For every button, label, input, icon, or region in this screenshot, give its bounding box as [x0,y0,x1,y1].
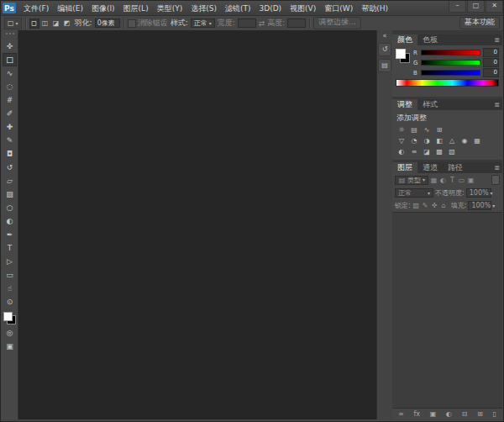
menu-item[interactable]: 帮助(H) [357,2,392,15]
crop-tool[interactable]: # [3,93,17,107]
channel-value-input[interactable]: 0 [483,68,499,77]
foreground-color-swatch[interactable] [396,49,406,59]
menu-item[interactable]: 3D(D) [255,2,286,15]
panel-tab[interactable]: 颜色 [392,34,417,45]
brightness-contrast-icon[interactable]: ☼ [396,125,407,135]
channel-value-input[interactable]: 0 [483,58,499,67]
refine-edge-button[interactable]: 调整边缘... [313,17,361,29]
brush-tool[interactable]: ✎ [3,134,17,147]
foreground-color-swatch[interactable] [3,312,13,321]
quick-selection-tool[interactable]: ◌ [3,80,17,93]
color-balance-icon[interactable]: ◑ [422,136,432,145]
menu-item[interactable]: 选择(S) [186,2,221,15]
menu-item[interactable]: 编辑(E) [53,2,87,15]
add-selection-mode[interactable]: ◫ [40,18,50,29]
channel-mixer-icon[interactable]: ◉ [459,136,470,145]
panel-menu-icon[interactable]: ≣ [494,34,502,45]
fill-dropdown[interactable]: 100% ▾ [468,201,491,210]
layer-filter-kind-dropdown[interactable]: ▤ 类型 ▾ [395,176,428,185]
lock-pixels-icon[interactable]: ✎ [422,202,429,209]
hue-saturation-icon[interactable]: ◔ [409,136,419,145]
history-panel-icon[interactable]: ↺ [378,43,391,56]
menu-item[interactable]: 窗口(W) [320,2,357,15]
link-layers-icon[interactable]: ∞ [398,409,404,419]
quick-mask-tool[interactable]: ◎ [3,326,17,340]
channel-slider[interactable] [421,70,480,76]
layer-mask-icon[interactable]: ▣ [430,409,437,419]
screen-mode-tool[interactable]: ▣ [3,340,17,353]
lock-all-icon[interactable]: ⌂ [440,202,448,209]
panel-tab[interactable]: 通道 [417,162,443,173]
maximize-button[interactable]: □ [467,1,485,13]
lasso-tool[interactable]: ∿ [3,66,17,80]
selective-color-icon[interactable]: ▧ [447,147,457,156]
threshold-icon[interactable]: ◪ [422,147,432,156]
channel-slider[interactable] [421,60,480,66]
rectangular-marquee-tool[interactable]: □ [3,53,17,66]
zoom-tool[interactable]: ⊙ [3,295,17,309]
levels-icon[interactable]: ▤ [409,125,419,135]
canvas[interactable] [18,30,376,419]
intersect-selection-mode[interactable]: ◩ [62,18,72,29]
panel-menu-icon[interactable]: ≣ [494,162,502,173]
color-spectrum-ramp[interactable] [396,79,499,87]
menu-item[interactable]: 类型(Y) [153,2,187,15]
vibrance-icon[interactable]: ▽ [396,136,407,145]
title-bar[interactable]: Ps 文件(F)编辑(E)图像(I)图层(L)类型(Y)选择(S)滤镜(T)3D… [1,1,503,16]
expand-panels-icon[interactable]: « [383,32,387,40]
menu-item[interactable]: 图像(I) [87,2,119,15]
posterize-icon[interactable]: ≡ [409,147,419,156]
history-brush-tool[interactable]: ↺ [3,161,17,174]
menu-item[interactable]: 视图(V) [286,2,320,15]
menu-item[interactable]: 文件(F) [19,2,53,15]
pen-tool[interactable]: ✒ [3,228,17,241]
feather-input[interactable] [95,18,120,28]
panel-tab[interactable]: 路径 [443,162,468,173]
gradient-map-icon[interactable]: ▩ [434,147,444,156]
color-lookup-icon[interactable]: ▦ [472,136,482,145]
workspace-switcher-button[interactable]: 基本功能 [459,17,500,29]
foreground-background-swatches[interactable] [396,49,410,63]
filter-pixel-icon[interactable]: ▦ [430,177,438,184]
dodge-tool[interactable]: ◐ [3,214,17,228]
tool-preset-dropdown[interactable]: □ ▾ [4,18,22,29]
panel-tab[interactable]: 色板 [417,34,443,45]
hand-tool[interactable]: ☝ [3,282,17,295]
rectangle-tool[interactable]: ▭ [3,268,17,282]
adjustment-layer-icon[interactable]: ◐ [446,409,452,419]
panel-tab[interactable]: 调整 [392,99,417,110]
style-dropdown[interactable]: 正常 ▾ [191,18,215,28]
layer-filter-toggle[interactable] [491,175,500,185]
lock-transparency-icon[interactable]: ▨ [412,202,420,209]
menu-item[interactable]: 滤镜(T) [221,2,255,15]
width-input[interactable] [238,18,256,28]
layer-style-icon[interactable]: fx [413,409,420,419]
gradient-tool[interactable]: ▨ [3,187,17,201]
menu-item[interactable]: 图层(L) [119,2,153,15]
layer-list[interactable] [392,212,502,409]
lock-position-icon[interactable]: ✜ [431,202,438,209]
photo-filter-icon[interactable]: △ [447,136,457,145]
filter-type-icon[interactable]: T [449,177,456,184]
new-group-icon[interactable]: ⊟ [462,409,468,419]
new-selection-mode[interactable]: ◻ [29,18,39,29]
curves-icon[interactable]: ∿ [422,125,432,135]
path-selection-tool[interactable]: ▷ [3,255,17,268]
blend-mode-dropdown[interactable]: 正常 ▾ [395,188,433,198]
eraser-tool[interactable]: ▱ [3,174,17,187]
filter-adjustment-icon[interactable]: ◐ [439,177,447,184]
channel-value-input[interactable]: 0 [483,48,499,57]
eyedropper-tool[interactable]: ✐ [3,107,17,120]
blur-tool[interactable]: ○ [3,201,17,214]
new-layer-icon[interactable]: ⊞ [477,409,483,419]
panel-menu-icon[interactable]: ≣ [494,99,502,110]
height-input[interactable] [287,18,306,28]
filter-smart-object-icon[interactable]: ▣ [467,177,475,184]
close-button[interactable]: ✕ [486,1,503,13]
spot-healing-brush-tool[interactable]: ✚ [3,120,17,134]
channel-slider[interactable] [421,50,480,55]
invert-icon[interactable]: ◐ [396,147,407,156]
clone-stamp-tool[interactable]: ◘ [3,147,17,161]
swap-dimensions-icon[interactable]: ⇄ [259,19,265,28]
move-tool[interactable]: ✜ [3,40,17,53]
